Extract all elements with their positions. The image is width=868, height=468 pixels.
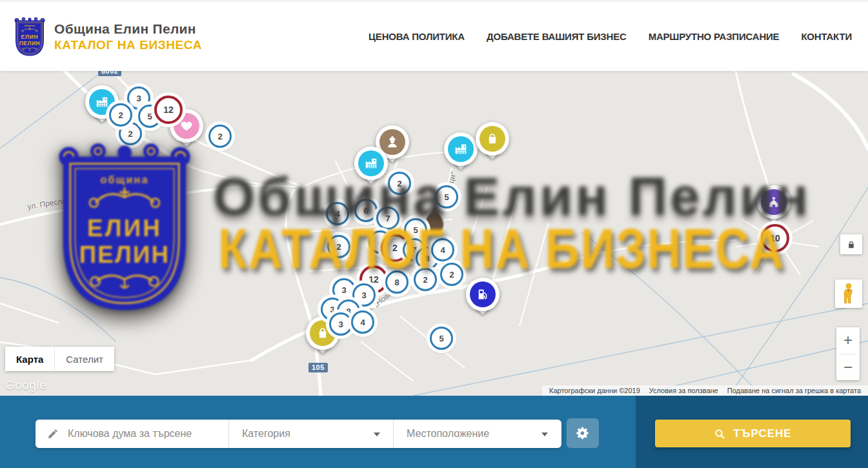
marker-cluster[interactable]: 2 [388, 172, 411, 195]
search-input-group: Категория Местоположение [35, 420, 561, 448]
marker-cluster[interactable]: 3 [329, 312, 352, 336]
report-map-error-link[interactable]: Подаване на сигнал за грешка в картата [723, 387, 865, 394]
municipality-crest-logo: община ЕЛИН ПЕЛИН [13, 16, 46, 57]
keyword-search-input[interactable] [35, 420, 228, 448]
map-pin-factory[interactable] [444, 132, 478, 174]
nav-item-pricing-policy[interactable]: ЦЕНОВА ПОЛИТИКА [368, 31, 465, 42]
category-select-value: Категория [229, 428, 290, 440]
marker-cluster[interactable]: 10 [761, 224, 789, 252]
search-submit-label: ТЪРСЕНЕ [733, 427, 791, 440]
marker-cluster[interactable]: 2 [109, 103, 132, 127]
map-type-switcher: Карта Сателит [5, 347, 114, 371]
chevron-down-icon [541, 432, 548, 436]
map-pin-bag[interactable] [476, 122, 509, 163]
google-logo[interactable]: Google [5, 378, 46, 392]
page: община ЕЛИН ПЕЛИН Община Елин Пелин КАТА… [0, 0, 868, 468]
marker-cluster[interactable]: 6 [354, 199, 378, 222]
brand-logo[interactable]: община ЕЛИН ПЕЛИН Община Елин Пелин КАТА… [13, 16, 202, 57]
search-icon [714, 428, 725, 440]
pencil-icon [47, 428, 59, 440]
chevron-down-icon [374, 432, 380, 436]
brand-text: Община Елин Пелин КАТАЛОГ НА БИЗНЕСА [54, 21, 202, 52]
search-bar-right: ТЪРСЕНЕ [636, 396, 868, 468]
zoom-in-button[interactable]: + [836, 327, 860, 354]
search-bar: Категория Местоположение Т [0, 396, 868, 468]
terms-of-use-link[interactable]: Условия за ползване [645, 387, 723, 394]
road-number-badge: 8002 [98, 71, 121, 76]
brand-title: Община Елин Пелин [54, 21, 202, 37]
map-type-satellite-button[interactable]: Сателит [55, 347, 114, 371]
map-pin-church[interactable] [757, 185, 791, 227]
header: община ЕЛИН ПЕЛИН Община Елин Пелин КАТА… [0, 0, 868, 71]
map-type-map-button[interactable]: Карта [5, 347, 55, 371]
search-submit-button[interactable]: ТЪРСЕНЕ [655, 420, 851, 447]
location-select-value: Местоположение [394, 428, 489, 440]
category-select[interactable]: Категория [229, 420, 394, 448]
map-pin-fuel[interactable] [466, 278, 500, 319]
marker-cluster[interactable]: 2 [440, 263, 463, 286]
marker-cluster[interactable]: 2 [414, 268, 437, 291]
map-attribution: Картографски данни ©2019 Условия за полз… [542, 385, 868, 396]
marker-cluster[interactable]: 4 [431, 238, 454, 261]
nav-item-add-business[interactable]: ДОБАВЕТЕ ВАШИЯТ БИЗНЕС [487, 31, 627, 42]
marker-cluster[interactable]: 8 [385, 270, 409, 294]
marker-cluster[interactable]: 4 [326, 202, 349, 225]
road-number-badge: 105 [308, 363, 328, 372]
brand-subtitle: КАТАЛОГ НА БИЗНЕСА [54, 38, 202, 52]
map-pin-factory[interactable] [354, 147, 388, 188]
marker-cluster[interactable]: 2 [327, 235, 350, 258]
zoom-controls: + − [836, 327, 860, 380]
zoom-out-button[interactable]: − [836, 354, 860, 381]
marker-cluster[interactable]: 12 [154, 96, 183, 124]
lock-icon [847, 239, 856, 250]
attribution-copyright: Картографски данни ©2019 [545, 387, 645, 394]
keyword-field [35, 420, 229, 448]
marker-cluster[interactable]: 2 [208, 125, 232, 148]
svg-text:община: община [24, 25, 35, 27]
svg-text:ПЕЛИН: ПЕЛИН [19, 39, 41, 46]
map-area[interactable]: ул. Преславбул. „Новоселци" 8002105 2325… [0, 71, 868, 396]
marker-cluster[interactable]: 4 [351, 310, 374, 334]
nav-item-route-schedule[interactable]: МАРШРУТНО РАЗПИСАНИЕ [649, 31, 780, 42]
pegman-icon [842, 283, 856, 305]
marker-cluster[interactable]: 7 [376, 207, 399, 230]
lock-button[interactable] [840, 234, 862, 254]
marker-cluster[interactable]: 5 [430, 327, 453, 350]
main-nav: ЦЕНОВА ПОЛИТИКА ДОБАВЕТЕ ВАШИЯТ БИЗНЕС М… [368, 31, 852, 42]
svg-text:ЕЛИН: ЕЛИН [21, 34, 39, 40]
nav-item-contacts[interactable]: КОНТАКТИ [801, 31, 852, 42]
marker-cluster[interactable]: 5 [435, 185, 458, 209]
location-select[interactable]: Местоположение [394, 420, 561, 448]
search-bar-left: Категория Местоположение [0, 396, 636, 468]
street-view-pegman-button[interactable] [835, 280, 862, 308]
advanced-settings-button[interactable] [567, 418, 599, 448]
gear-icon [576, 426, 590, 440]
